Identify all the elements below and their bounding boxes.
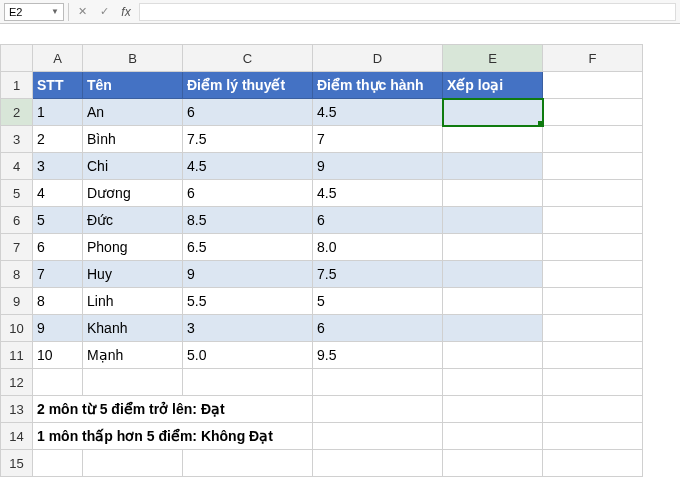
table-row[interactable]: 6 5 Đức 8.5 6 [1, 207, 643, 234]
row-header[interactable]: 8 [1, 261, 33, 288]
col-header-F[interactable]: F [543, 45, 643, 72]
table-row[interactable]: 15 [1, 450, 643, 477]
header-thuc-hanh[interactable]: Điểm thực hành [313, 72, 443, 99]
col-header-B[interactable]: B [83, 45, 183, 72]
cell[interactable] [543, 180, 643, 207]
row-header[interactable]: 7 [1, 234, 33, 261]
cell-ly-thuyet[interactable]: 3 [183, 315, 313, 342]
row-header[interactable]: 3 [1, 126, 33, 153]
cell[interactable] [183, 450, 313, 477]
cell[interactable] [33, 369, 83, 396]
row-header[interactable]: 6 [1, 207, 33, 234]
table-row[interactable]: 3 2 Bình 7.5 7 [1, 126, 643, 153]
table-row[interactable]: 5 4 Dương 6 4.5 [1, 180, 643, 207]
cell[interactable] [33, 450, 83, 477]
table-row[interactable]: 8 7 Huy 9 7.5 [1, 261, 643, 288]
cell[interactable] [543, 261, 643, 288]
cell[interactable] [443, 396, 543, 423]
row-header[interactable]: 13 [1, 396, 33, 423]
confirm-icon[interactable]: ✓ [95, 3, 113, 21]
table-row[interactable]: 7 6 Phong 6.5 8.0 [1, 234, 643, 261]
cell-stt[interactable]: 8 [33, 288, 83, 315]
table-row[interactable]: 10 9 Khanh 3 6 [1, 315, 643, 342]
header-ly-thuyet[interactable]: Điểm lý thuyết [183, 72, 313, 99]
cell-stt[interactable]: 5 [33, 207, 83, 234]
cell[interactable] [543, 126, 643, 153]
cell-ten[interactable]: Khanh [83, 315, 183, 342]
cell[interactable] [543, 153, 643, 180]
note-line-2[interactable]: 1 môn thấp hơn 5 điểm: Không Đạt [33, 423, 313, 450]
row-header[interactable]: 9 [1, 288, 33, 315]
note-line-1[interactable]: 2 môn từ 5 điểm trở lên: Đạt [33, 396, 313, 423]
cell[interactable] [543, 342, 643, 369]
col-header-E[interactable]: E [443, 45, 543, 72]
cell-ten[interactable]: Mạnh [83, 342, 183, 369]
cell[interactable] [83, 450, 183, 477]
cell-xep-loai[interactable] [443, 342, 543, 369]
cell[interactable] [543, 207, 643, 234]
row-header[interactable]: 2 [1, 99, 33, 126]
cell[interactable] [543, 396, 643, 423]
col-header-A[interactable]: A [33, 45, 83, 72]
cell-stt[interactable]: 3 [33, 153, 83, 180]
cell[interactable] [443, 450, 543, 477]
cell-stt[interactable]: 7 [33, 261, 83, 288]
cell-ten[interactable]: An [83, 99, 183, 126]
cell-stt[interactable]: 10 [33, 342, 83, 369]
row-header[interactable]: 11 [1, 342, 33, 369]
cell-thuc-hanh[interactable]: 7 [313, 126, 443, 153]
cell-xep-loai[interactable] [443, 180, 543, 207]
cell-stt[interactable]: 2 [33, 126, 83, 153]
table-row[interactable]: 11 10 Mạnh 5.0 9.5 [1, 342, 643, 369]
cell-stt[interactable]: 1 [33, 99, 83, 126]
cell[interactable] [543, 72, 643, 99]
cell-stt[interactable]: 4 [33, 180, 83, 207]
cell-stt[interactable]: 9 [33, 315, 83, 342]
table-row[interactable]: 12 [1, 369, 643, 396]
row-header[interactable]: 15 [1, 450, 33, 477]
cell-ten[interactable]: Dương [83, 180, 183, 207]
row-header[interactable]: 1 [1, 72, 33, 99]
cell[interactable] [543, 99, 643, 126]
cell[interactable] [83, 369, 183, 396]
cell[interactable] [443, 369, 543, 396]
cell-thuc-hanh[interactable]: 6 [313, 207, 443, 234]
cell-ten[interactable]: Huy [83, 261, 183, 288]
table-row[interactable]: 4 3 Chi 4.5 9 [1, 153, 643, 180]
select-all-corner[interactable] [1, 45, 33, 72]
cell-xep-loai[interactable] [443, 288, 543, 315]
cell[interactable] [543, 423, 643, 450]
cell-thuc-hanh[interactable]: 9.5 [313, 342, 443, 369]
col-header-C[interactable]: C [183, 45, 313, 72]
cell-ly-thuyet[interactable]: 6 [183, 99, 313, 126]
cell-ten[interactable]: Đức [83, 207, 183, 234]
row-header[interactable]: 14 [1, 423, 33, 450]
cell-xep-loai[interactable] [443, 261, 543, 288]
cell[interactable] [543, 234, 643, 261]
cell-ly-thuyet[interactable]: 8.5 [183, 207, 313, 234]
cell-xep-loai[interactable] [443, 315, 543, 342]
cell-thuc-hanh[interactable]: 4.5 [313, 99, 443, 126]
cell-xep-loai[interactable] [443, 153, 543, 180]
row-header[interactable]: 10 [1, 315, 33, 342]
row-header[interactable]: 12 [1, 369, 33, 396]
cancel-icon[interactable]: ✕ [73, 3, 91, 21]
cell-ten[interactable]: Bình [83, 126, 183, 153]
cell-xep-loai-selected[interactable] [443, 99, 543, 126]
cell-xep-loai[interactable] [443, 234, 543, 261]
formula-input[interactable] [139, 3, 676, 21]
cell[interactable] [543, 450, 643, 477]
cell-thuc-hanh[interactable]: 4.5 [313, 180, 443, 207]
cell-ten[interactable]: Linh [83, 288, 183, 315]
cell-thuc-hanh[interactable]: 5 [313, 288, 443, 315]
cell[interactable] [443, 423, 543, 450]
cell-thuc-hanh[interactable]: 6 [313, 315, 443, 342]
row-header[interactable]: 4 [1, 153, 33, 180]
cell[interactable] [313, 450, 443, 477]
cell-ly-thuyet[interactable]: 6.5 [183, 234, 313, 261]
cell[interactable] [183, 369, 313, 396]
cell-ly-thuyet[interactable]: 5.0 [183, 342, 313, 369]
cell-ly-thuyet[interactable]: 9 [183, 261, 313, 288]
row-header[interactable]: 5 [1, 180, 33, 207]
cell-ten[interactable]: Phong [83, 234, 183, 261]
